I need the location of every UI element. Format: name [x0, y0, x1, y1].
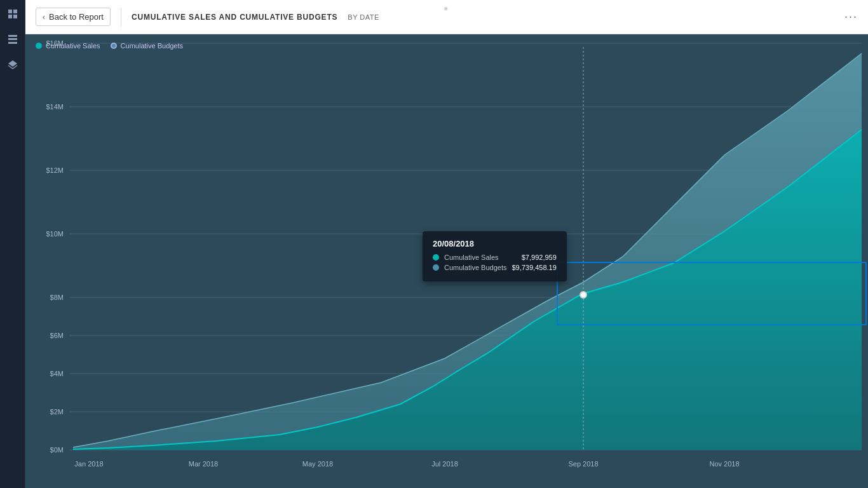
layers-icon[interactable]: [5, 57, 20, 72]
svg-text:$2M: $2M: [50, 408, 64, 416]
svg-rect-5: [8, 38, 17, 40]
back-to-report-button[interactable]: ‹ Back to Report: [36, 8, 111, 26]
tooltip-dot-sales: [433, 254, 439, 261]
tooltip-label-sales: Cumulative Sales: [444, 254, 517, 261]
svg-text:$10M: $10M: [46, 230, 64, 238]
svg-text:Mar 2018: Mar 2018: [189, 460, 218, 468]
legend-label-sales: Cumulative Sales: [46, 42, 100, 50]
svg-rect-1: [13, 10, 17, 13]
back-button-label: Back to Report: [49, 12, 104, 22]
chart-title: CUMULATIVE SALES AND CUMULATIVE BUDGETS: [132, 13, 337, 22]
tooltip-value-budgets: $9,739,458.19: [512, 264, 556, 271]
svg-text:Nov 2018: Nov 2018: [709, 460, 739, 468]
legend-label-budgets: Cumulative Budgets: [121, 42, 183, 50]
chart-tooltip: 20/08/2018 Cumulative Sales $7,992,959 C…: [423, 231, 567, 281]
tooltip-row-budgets: Cumulative Budgets $9,739,458.19: [433, 264, 557, 271]
topbar: ≡ ‹ Back to Report CUMULATIVE SALES AND …: [25, 0, 868, 34]
svg-text:$0M: $0M: [50, 446, 64, 454]
svg-rect-2: [8, 15, 12, 18]
svg-text:$14M: $14M: [46, 103, 64, 111]
chart-subtitle: BY DATE: [348, 13, 379, 21]
svg-text:$8M: $8M: [50, 294, 64, 301]
svg-text:May 2018: May 2018: [302, 460, 333, 468]
tooltip-row-sales: Cumulative Sales $7,992,959: [433, 254, 557, 261]
tooltip-dot-budgets: [433, 264, 439, 271]
svg-rect-4: [8, 35, 17, 37]
svg-text:Sep 2018: Sep 2018: [568, 460, 598, 468]
grid-icon[interactable]: [5, 32, 20, 47]
svg-text:$4M: $4M: [50, 370, 64, 377]
svg-rect-0: [8, 10, 12, 13]
svg-marker-7: [8, 60, 17, 67]
sidebar: [0, 0, 25, 488]
tooltip-label-budgets: Cumulative Budgets: [444, 264, 506, 271]
legend-dot-sales: [36, 43, 42, 49]
drag-handle: ≡: [444, 5, 449, 12]
legend-item-budgets: Cumulative Budgets: [111, 42, 183, 50]
home-icon[interactable]: [5, 6, 20, 22]
chevron-left-icon: ‹: [43, 13, 45, 22]
svg-rect-3: [13, 15, 17, 18]
svg-text:$12M: $12M: [46, 166, 64, 174]
tooltip-value-sales: $7,992,959: [522, 254, 557, 261]
svg-rect-6: [8, 42, 17, 44]
chart-area[interactable]: Cumulative Sales Cumulative Budgets: [25, 34, 868, 488]
svg-text:Jan 2018: Jan 2018: [74, 460, 103, 468]
tooltip-date: 20/08/2018: [433, 239, 557, 248]
legend-item-sales: Cumulative Sales: [36, 42, 100, 50]
topbar-divider: [121, 8, 121, 27]
legend-dot-budgets: [111, 43, 117, 49]
more-options-button[interactable]: ···: [844, 10, 858, 24]
svg-text:Jul 2018: Jul 2018: [431, 460, 458, 468]
chart-legend: Cumulative Sales Cumulative Budgets: [36, 42, 183, 50]
svg-text:$6M: $6M: [50, 332, 64, 339]
